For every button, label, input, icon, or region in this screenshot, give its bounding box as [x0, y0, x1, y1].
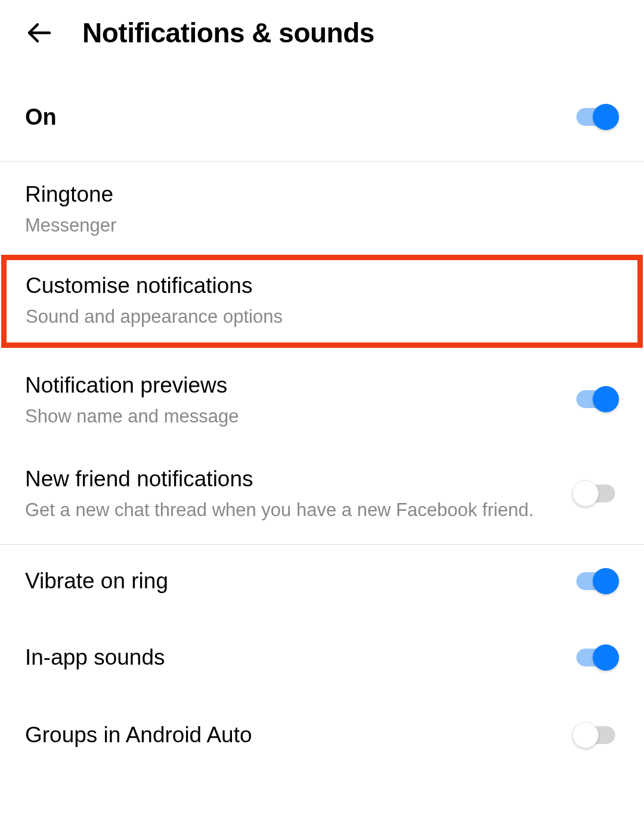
in-app-sounds-row[interactable]: In-app sounds	[0, 621, 644, 689]
back-button[interactable]	[24, 18, 54, 48]
master-toggle-row[interactable]: On	[0, 73, 644, 162]
new-friend-notifications-toggle[interactable]	[572, 480, 619, 507]
new-friend-notifications-description: Get a new chat thread when you have a ne…	[25, 498, 572, 523]
master-toggle-switch[interactable]	[572, 104, 619, 130]
notification-previews-toggle[interactable]	[572, 386, 619, 412]
new-friend-notifications-label: New friend notifications	[25, 464, 572, 494]
ringtone-description: Messenger	[25, 213, 619, 238]
ringtone-row[interactable]: Ringtone Messenger	[0, 162, 644, 255]
ringtone-label: Ringtone	[25, 180, 619, 209]
customise-notifications-description: Sound and appearance options	[26, 304, 618, 329]
groups-android-auto-label: Groups in Android Auto	[25, 720, 572, 750]
page-title: Notifications & sounds	[82, 17, 374, 49]
notification-previews-row[interactable]: Notification previews Show name and mess…	[0, 353, 644, 447]
notification-previews-description: Show name and message	[25, 404, 572, 429]
customise-notifications-row[interactable]: Customise notifications Sound and appear…	[1, 255, 643, 348]
vibrate-on-ring-label: Vibrate on ring	[25, 566, 572, 596]
new-friend-notifications-row[interactable]: New friend notifications Get a new chat …	[0, 446, 644, 545]
arrow-left-icon	[24, 18, 53, 47]
groups-android-auto-row[interactable]: Groups in Android Auto	[0, 698, 644, 767]
in-app-sounds-toggle[interactable]	[572, 644, 619, 671]
header: Notifications & sounds	[0, 0, 644, 73]
notification-previews-label: Notification previews	[25, 371, 572, 400]
vibrate-on-ring-toggle[interactable]	[572, 568, 619, 594]
master-toggle-label: On	[25, 104, 57, 130]
groups-android-auto-toggle[interactable]	[572, 722, 619, 748]
customise-notifications-label: Customise notifications	[26, 271, 618, 301]
in-app-sounds-label: In-app sounds	[25, 643, 572, 672]
vibrate-on-ring-row[interactable]: Vibrate on ring	[0, 545, 644, 613]
